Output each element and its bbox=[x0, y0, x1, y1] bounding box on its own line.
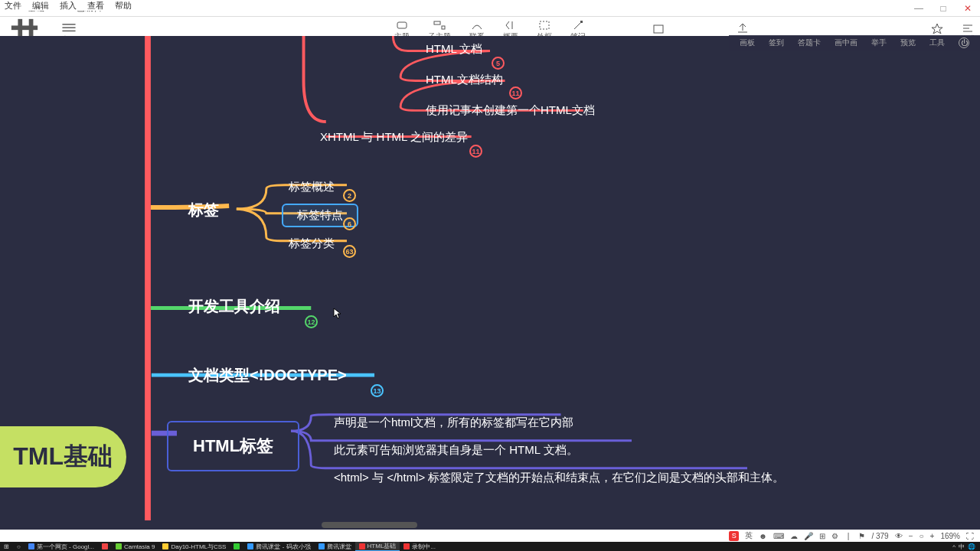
zoom-out-icon[interactable]: − bbox=[909, 532, 913, 540]
status-page: / 379 bbox=[871, 532, 888, 540]
status-keyboard-icon[interactable]: ⌨ bbox=[773, 532, 784, 540]
mouse-cursor-icon bbox=[333, 308, 342, 320]
task-wechat[interactable] bbox=[230, 542, 243, 551]
panel-hand[interactable]: 举手 bbox=[871, 37, 887, 48]
zoom-reset-icon[interactable]: ○ bbox=[920, 532, 924, 540]
panel-preview[interactable]: 预览 bbox=[900, 37, 916, 48]
horizontal-scrollbar[interactable] bbox=[0, 520, 980, 530]
node-desc2[interactable]: 此元素可告知浏览器其自身是一个 HTML 文档。 bbox=[334, 443, 578, 458]
badge-13[interactable]: 13 bbox=[371, 384, 384, 397]
badge-5[interactable]: 5 bbox=[492, 57, 505, 70]
status-mic-icon[interactable]: 🎤 bbox=[804, 532, 813, 540]
node-notepad[interactable]: 使用记事本创建第一个HTML文档 bbox=[426, 103, 595, 118]
sogou-icon[interactable]: S bbox=[729, 531, 739, 541]
svg-rect-7 bbox=[434, 21, 440, 24]
close-icon[interactable]: ✕ bbox=[956, 0, 980, 17]
tray-net-icon[interactable]: 🌐 bbox=[968, 543, 975, 550]
svg-rect-8 bbox=[442, 26, 445, 29]
maximize-icon[interactable]: □ bbox=[931, 0, 956, 17]
root-node[interactable]: TML基础 bbox=[0, 426, 126, 487]
panel-pip[interactable]: 画中画 bbox=[835, 37, 858, 48]
node-desc1[interactable]: 声明是一个html文档，所有的标签都写在它内部 bbox=[334, 416, 573, 430]
tray-lang[interactable]: 中 bbox=[959, 543, 965, 551]
status-emoji-icon[interactable]: ☻ bbox=[759, 532, 767, 540]
task-tencent1[interactable]: 腾讯课堂 - 码农小强 bbox=[243, 542, 314, 551]
svg-rect-11 bbox=[654, 25, 663, 33]
panel-power-icon[interactable]: ⏻ bbox=[959, 37, 969, 48]
task-record[interactable]: 录制中... bbox=[400, 542, 439, 551]
status-grid-icon[interactable]: ⊞ bbox=[819, 532, 825, 540]
task-search2[interactable] bbox=[98, 542, 112, 551]
node-html-label[interactable]: HTML标签 bbox=[167, 421, 299, 471]
node-xhtml[interactable]: XHTML 与 HTML 之间的差异 bbox=[320, 130, 468, 145]
title-bar: HTML基础.xmind - 已编辑 — □ ✕ bbox=[0, 0, 980, 17]
svg-rect-2 bbox=[11, 25, 38, 30]
task-chrome[interactable]: 第一个网页 - Googl... bbox=[24, 542, 98, 551]
task-xmind[interactable]: HTML基础 bbox=[355, 542, 400, 551]
svg-rect-6 bbox=[397, 22, 407, 28]
status-flag-icon[interactable]: ⚑ bbox=[858, 532, 865, 540]
panel-tools[interactable]: 工具 bbox=[929, 37, 945, 48]
svg-rect-10 bbox=[580, 21, 583, 23]
status-expand-icon[interactable]: ⛶ bbox=[966, 532, 974, 540]
taskbar-tray: ^ 中 🌐 bbox=[952, 543, 980, 551]
node-devtools[interactable]: 开发工具介绍 bbox=[188, 296, 280, 317]
badge-63[interactable]: 63 bbox=[343, 245, 356, 258]
badge-11a[interactable]: 11 bbox=[509, 86, 522, 99]
panel-quiz[interactable]: 答题卡 bbox=[798, 37, 821, 48]
tray-up-icon[interactable]: ^ bbox=[952, 543, 956, 550]
status-eye-icon[interactable]: 👁 bbox=[895, 532, 903, 540]
taskbar: ⊞ ○ 第一个网页 - Googl... Camtasia 9 Day10-HT… bbox=[0, 542, 980, 551]
node-tag-overview[interactable]: 标签概述 bbox=[289, 180, 335, 194]
badge-11b[interactable]: 11 bbox=[469, 145, 482, 158]
task-camtasia[interactable]: Camtasia 9 bbox=[112, 542, 158, 551]
menu-help[interactable]: 帮助 bbox=[115, 0, 132, 11]
status-settings-icon[interactable]: ⚙ bbox=[831, 532, 838, 540]
node-tags[interactable]: 标签 bbox=[188, 200, 219, 220]
task-folder[interactable]: Day10-HTML与CSS bbox=[158, 542, 230, 551]
node-doctype[interactable]: 文档类型<!DOCTYPE> bbox=[188, 365, 347, 386]
menu-bar: 文件 编辑 插入 查看 帮助 bbox=[0, 0, 136, 11]
panel-signin[interactable]: 签到 bbox=[769, 37, 784, 48]
node-tag-category[interactable]: 标签分类 bbox=[289, 236, 335, 251]
panel-board[interactable]: 画板 bbox=[740, 37, 755, 48]
menu-insert[interactable]: 插入 bbox=[60, 0, 77, 11]
menu-view[interactable]: 查看 bbox=[87, 0, 104, 11]
status-zoom: 169% bbox=[940, 532, 960, 540]
side-panel-tabs: 画板 签到 答题卡 画中画 举手 预览 工具 ⏻ bbox=[729, 35, 980, 51]
task-search[interactable]: ○ bbox=[13, 542, 24, 551]
zoom-in-icon[interactable]: + bbox=[930, 532, 935, 540]
svg-rect-9 bbox=[540, 21, 549, 29]
status-cloud-icon[interactable]: ☁ bbox=[790, 532, 798, 540]
node-html-struct[interactable]: HTML文档结构 bbox=[426, 73, 503, 87]
task-tencent2[interactable]: 腾讯课堂 bbox=[315, 542, 355, 551]
menu-edit[interactable]: 编辑 bbox=[32, 0, 49, 11]
node-html-doc[interactable]: HTML 文档 bbox=[426, 42, 482, 57]
svg-marker-13 bbox=[932, 24, 942, 34]
window-controls: — □ ✕ bbox=[906, 0, 980, 17]
menu-file[interactable]: 文件 bbox=[5, 0, 21, 11]
minimize-icon[interactable]: — bbox=[906, 0, 931, 17]
mindmap-canvas[interactable]: TML基础 HTML 文档 5 HTML文档结构 11 使用记事本创建第一个HT… bbox=[0, 36, 980, 520]
badge-6[interactable]: 6 bbox=[343, 217, 356, 230]
status-lang[interactable]: 英 bbox=[745, 530, 753, 541]
badge-2[interactable]: 2 bbox=[343, 189, 356, 202]
badge-12[interactable]: 12 bbox=[305, 315, 318, 328]
status-bar: S 英 ☻ ⌨ ☁ 🎤 ⊞ ⚙ | ⚑ / 379 👁 − ○ + 169% ⛶ bbox=[0, 530, 980, 542]
task-start[interactable]: ⊞ bbox=[0, 542, 13, 551]
node-desc3[interactable]: <html> 与 </html> 标签限定了文档的开始点和结束点，在它们之间是文… bbox=[334, 471, 784, 485]
